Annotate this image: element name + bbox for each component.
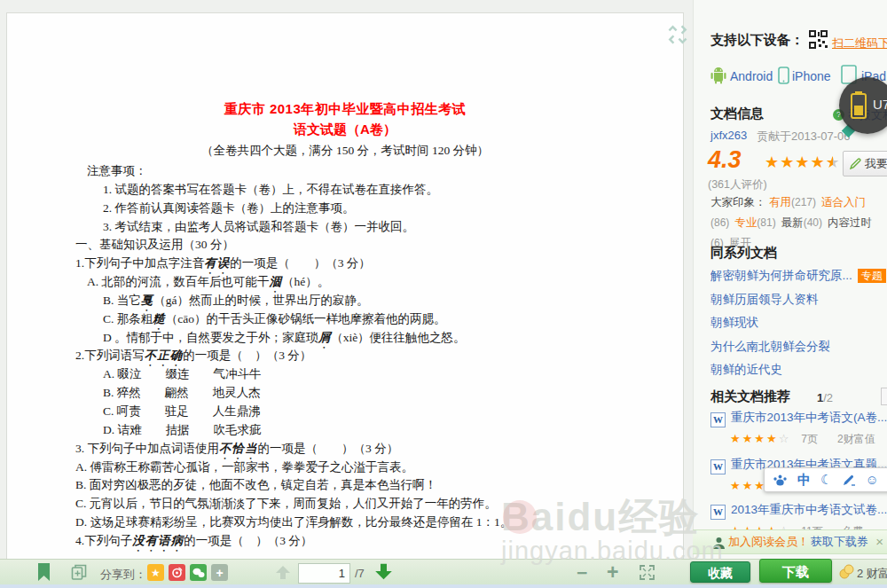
- expand-view-icon[interactable]: [668, 25, 687, 44]
- rating-count: (361人评价): [708, 177, 767, 192]
- doc-text: 3. 下列句子中加点词语使用: [75, 442, 219, 455]
- bookmark-icon[interactable]: [38, 563, 50, 581]
- tag-label: 适合入门: [821, 196, 866, 208]
- doc-line: 4.下列句子没有语病的一项是（ ）（3 分）: [7, 532, 683, 551]
- coins-icon: [839, 564, 854, 579]
- handwriting-pencil-icon[interactable]: [842, 474, 855, 487]
- tag-label: 最新: [781, 216, 804, 229]
- smiley-icon[interactable]: ☺: [865, 468, 878, 491]
- doc-text: 不正确: [145, 349, 184, 362]
- related-doc-item[interactable]: W重庆市2013年中考语文(A卷...★★★★☆7页2财富值: [710, 410, 887, 447]
- member-promo-bar[interactable]: 加入阅读会员！ 获取下载券 ×: [693, 529, 887, 554]
- rate-button[interactable]: 我要评价: [843, 151, 887, 176]
- series-doc-link[interactable]: 朝鲜现状: [710, 316, 758, 329]
- doc-line: 注意事项：: [7, 162, 683, 181]
- doc-text: C. 呵责 驻足 人生鼎沸: [103, 404, 261, 418]
- device-iphone-link[interactable]: iPhone: [792, 69, 831, 83]
- pencil-icon: [850, 158, 861, 169]
- zoom-out-button[interactable]: −: [577, 562, 587, 584]
- doc-line: D. 这场足球赛精彩纷呈，比赛双方均使出了浑身解数，比分最终还是停留在 1：1。: [7, 514, 683, 532]
- qr-code-icon: [808, 29, 828, 50]
- series-doc-link[interactable]: 为什么南北朝鲜会分裂: [710, 340, 830, 353]
- tag-label: 专业: [734, 216, 757, 229]
- doc-page-count: 7页: [801, 433, 818, 445]
- doc-line: 2. 作答前认真阅读答题卡（卷）上的注意事项。: [7, 200, 683, 218]
- doc-text: 的一项是（ ）（3 分）: [184, 534, 312, 547]
- word-doc-icon: W: [710, 505, 726, 520]
- doc-text: 2.下列词语写: [75, 349, 145, 362]
- doc-text: 1. 试题的答案书写在答题卡（卷）上，不得在试卷在直接作答。: [103, 183, 438, 196]
- moon-icon[interactable]: ☾: [820, 468, 832, 491]
- doc-subtitle: （全卷共四个大题，满分 150 分，考试时间 120 分钟）: [7, 143, 683, 159]
- related-doc-link[interactable]: 2013年重庆市中考语文试卷...: [731, 503, 887, 516]
- series-item[interactable]: 解密朝鲜为何拼命研究原...专题: [710, 268, 887, 284]
- document-viewer: 重庆市 2013年初中毕业暨高中招生考试 语文试题（A卷） （全卷共四个大题，满…: [0, 0, 693, 584]
- tag-count: (86): [710, 216, 729, 229]
- doc-line: C. 那条粗糙（cāo）的干舌头正像砂锅纸一样地摩擦着他的两腮。: [7, 310, 683, 329]
- doc-text: D. 这场足球赛精彩纷呈，比赛双方均使出了浑身解数，比分最终还是停留在 1：1。: [75, 515, 512, 529]
- doc-text: A. 傅雷称王称霸苦心孤诣，一部家书，拳拳爱子之心溢于言表。: [75, 460, 413, 474]
- doc-text: B. 当它: [103, 294, 141, 307]
- doc-stars-full: ★★★: [730, 479, 766, 492]
- copy-icon[interactable]: [71, 564, 88, 581]
- doc-line: 2.下列词语写不正确的一项是（ ）（3 分）: [7, 347, 683, 365]
- doc-line: 1. 试题的答案书写在答题卡（卷）上，不得在试卷在直接作答。: [7, 181, 683, 200]
- related-doc-link[interactable]: 重庆市2013年中考语文(A卷...: [731, 411, 887, 424]
- doc-text: 涸: [270, 275, 283, 288]
- tag-count: (217): [791, 196, 816, 208]
- rating-score: 4.3: [708, 146, 742, 174]
- page-number-input[interactable]: [298, 563, 350, 584]
- related-next-page-button[interactable]: [881, 388, 887, 405]
- related-docs-heading: 相关文档推荐: [710, 388, 790, 405]
- tag-label: 内容过时: [828, 216, 872, 229]
- series-doc-link[interactable]: 朝鲜的近代史: [710, 363, 782, 376]
- android-icon: [710, 67, 726, 84]
- series-item[interactable]: 为什么南北朝鲜会分裂: [710, 339, 887, 355]
- doc-text: 注意事项：: [87, 164, 147, 177]
- previous-page-icon[interactable]: [275, 565, 291, 580]
- weibo-share-icon[interactable]: [169, 564, 185, 581]
- tag-label: 有用: [769, 196, 791, 208]
- doc-body: 注意事项：1. 试题的答案书写在答题卡（卷）上，不得在试卷在直接作答。2. 作答…: [7, 162, 683, 551]
- topic-badge[interactable]: 专题: [858, 269, 886, 283]
- impression-tag[interactable]: 最新(40): [781, 216, 822, 229]
- series-item[interactable]: 朝鲜现状: [710, 315, 887, 331]
- qzone-share-icon[interactable]: ★: [147, 564, 164, 581]
- doc-text: D. 诘难 拮据 吹毛求疵: [103, 423, 262, 436]
- series-doc-link[interactable]: 朝鲜历届领导人资料: [710, 293, 819, 306]
- contributor-link[interactable]: jxfx263: [710, 129, 747, 142]
- next-page-icon[interactable]: [374, 562, 393, 581]
- series-list: 解密朝鲜为何拼命研究原...专题朝鲜历届领导人资料朝鲜现状为什么南北朝鲜会分裂朝…: [710, 268, 887, 386]
- doc-text: 3. 考试结束，由监考人员将试题和答题卡（卷）一并收回。: [103, 220, 414, 233]
- doc-text: C. 元宵以后，节日的气氛渐渐淡了下来，周而复始，人们又开始了一年的劳作。: [75, 497, 497, 510]
- doc-text: A. 啜泣 缀连 气冲斗牛: [103, 367, 262, 380]
- download-button[interactable]: 下载: [759, 559, 832, 583]
- scan-qr-download-link[interactable]: 扫二维码下载: [832, 35, 887, 51]
- series-doc-link[interactable]: 解密朝鲜为何拼命研究原...: [710, 269, 852, 282]
- devices-label: 支持以下设备：: [710, 32, 804, 49]
- tag-count: (40): [804, 216, 822, 229]
- contribute-date: 贡献于2013-07-06: [757, 129, 851, 145]
- rating-stars-full: ★★★★: [765, 153, 826, 171]
- series-item[interactable]: 朝鲜的近代史: [710, 362, 887, 378]
- impression-tag[interactable]: 有用(217): [769, 196, 816, 208]
- device-android-link[interactable]: Android: [730, 69, 773, 83]
- doc-text: 的一项是（ ）（3 分）: [230, 256, 371, 270]
- doc-line: D. 诘难 拮据 吹毛求疵: [7, 421, 683, 440]
- fullscreen-icon[interactable]: [640, 565, 655, 580]
- ime-toolbar[interactable]: 中 ☾ ☺: [764, 467, 887, 492]
- promo-close-icon[interactable]: ×: [875, 534, 883, 549]
- favorite-button[interactable]: 收藏: [690, 561, 750, 583]
- related-page-total: /2: [823, 391, 833, 404]
- more-share-icon[interactable]: +: [211, 564, 228, 581]
- promo-text-join[interactable]: 加入阅读会员！: [728, 534, 809, 550]
- zoom-in-button[interactable]: +: [607, 561, 618, 584]
- impression-tag[interactable]: 专业(81): [734, 216, 775, 229]
- ime-chinese-mode[interactable]: 中: [797, 468, 811, 491]
- page-total-label: /7: [355, 567, 365, 580]
- wechat-share-icon[interactable]: [190, 564, 207, 581]
- paw-icon[interactable]: [773, 473, 788, 487]
- promo-text-coupon[interactable]: 获取下载券: [811, 534, 868, 550]
- series-item[interactable]: 朝鲜历届领导人资料: [710, 292, 887, 308]
- rate-button-label: 我要评价: [865, 156, 887, 172]
